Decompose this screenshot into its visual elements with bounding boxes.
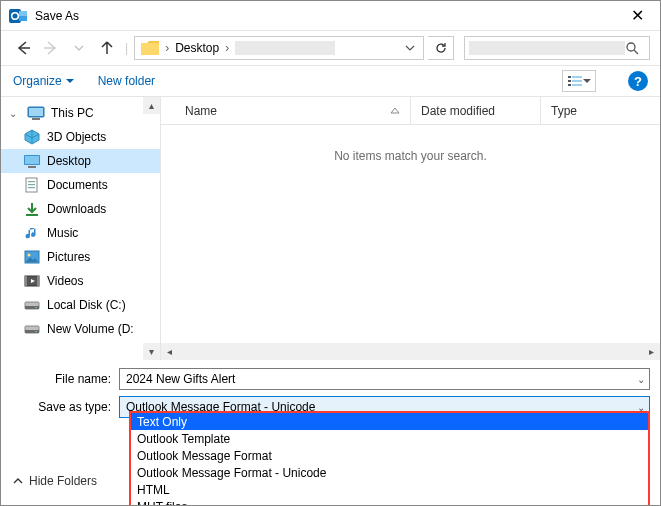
svg-rect-8	[568, 80, 571, 82]
chevron-down-icon[interactable]: ⌄	[637, 374, 645, 385]
horizontal-scrollbar[interactable]: ◂ ▸	[161, 343, 660, 360]
expand-icon[interactable]: ⌄	[9, 108, 21, 119]
svg-rect-7	[572, 76, 582, 78]
music-icon	[23, 225, 41, 241]
svg-rect-20	[28, 184, 35, 185]
column-type[interactable]: Type	[541, 97, 660, 124]
chevron-up-icon	[13, 476, 23, 486]
docs-icon	[23, 177, 41, 193]
up-button[interactable]	[95, 36, 119, 60]
svg-rect-13	[29, 108, 43, 116]
dropdown-option[interactable]: Outlook Message Format	[131, 447, 648, 464]
search-icon[interactable]	[625, 41, 649, 55]
tree-item-music[interactable]: Music	[1, 221, 160, 245]
search-placeholder-redacted	[469, 41, 625, 55]
command-bar: Organize New folder ?	[1, 65, 660, 97]
svg-rect-14	[32, 118, 40, 120]
svg-rect-21	[28, 187, 35, 188]
scroll-right[interactable]: ▸	[643, 343, 660, 360]
dropdown-option[interactable]: HTML	[131, 481, 648, 498]
svg-point-33	[35, 331, 37, 333]
nav-row: | › Desktop ›	[1, 31, 660, 65]
file-list-area: Name Date modified Type No items match y…	[161, 97, 660, 360]
tree-label: 3D Objects	[47, 130, 106, 144]
empty-message: No items match your search.	[161, 149, 660, 163]
dropdown-option[interactable]: MHT files	[131, 498, 648, 506]
folder-icon	[141, 40, 159, 56]
svg-rect-2	[19, 11, 27, 16]
tree-label: Music	[47, 226, 78, 240]
tree-item-local-disk-c-[interactable]: Local Disk (C:)	[1, 293, 160, 317]
nav-separator: |	[125, 41, 128, 55]
title-bar: Save As ✕	[1, 1, 660, 31]
organize-menu[interactable]: Organize	[13, 74, 74, 88]
column-date[interactable]: Date modified	[411, 97, 541, 124]
tree-item-new-volume-d-[interactable]: New Volume (D:	[1, 317, 160, 341]
window-title: Save As	[35, 9, 614, 23]
refresh-button[interactable]	[428, 36, 454, 60]
tree-label: Desktop	[47, 154, 91, 168]
address-bar[interactable]: › Desktop ›	[134, 36, 424, 60]
search-box[interactable]	[464, 36, 650, 60]
outlook-icon	[9, 7, 27, 25]
desktop-icon	[23, 153, 41, 169]
tree-item-downloads[interactable]: Downloads	[1, 197, 160, 221]
videos-icon	[23, 273, 41, 289]
save-as-type-label: Save as type:	[11, 400, 119, 414]
column-name[interactable]: Name	[161, 97, 411, 124]
svg-rect-10	[568, 84, 571, 86]
filename-label: File name:	[11, 372, 119, 386]
address-dropdown-button[interactable]	[401, 43, 419, 53]
new-folder-label: New folder	[98, 74, 155, 88]
recent-locations-button[interactable]	[67, 36, 91, 60]
cube-icon	[23, 129, 41, 145]
tree-scroll-down[interactable]: ▾	[143, 343, 160, 360]
dropdown-option[interactable]: Outlook Template	[131, 430, 648, 447]
tree-item-documents[interactable]: Documents	[1, 173, 160, 197]
svg-rect-6	[568, 76, 571, 78]
svg-rect-26	[25, 276, 27, 286]
chevron-right-icon[interactable]: ›	[223, 41, 231, 55]
close-button[interactable]: ✕	[614, 1, 660, 30]
tree-scroll-up[interactable]: ▴	[143, 97, 160, 114]
help-button[interactable]: ?	[628, 71, 648, 91]
tree-label: Videos	[47, 274, 83, 288]
svg-rect-19	[28, 181, 35, 182]
pc-icon	[27, 105, 45, 121]
view-options-button[interactable]	[562, 70, 596, 92]
drive-icon	[23, 321, 41, 337]
tree-item-this-pc[interactable]: ⌄ This PC	[1, 101, 160, 125]
svg-point-5	[627, 43, 635, 51]
tree-label: Local Disk (C:)	[47, 298, 126, 312]
tree-label: This PC	[51, 106, 94, 120]
filename-input[interactable]: 2024 New Gifts Alert ⌄	[119, 368, 650, 390]
sort-asc-icon	[390, 107, 400, 115]
breadcrumb-redacted	[235, 41, 335, 55]
tree-item-pictures[interactable]: Pictures	[1, 245, 160, 269]
tree-item-videos[interactable]: Videos	[1, 269, 160, 293]
svg-point-24	[28, 254, 31, 257]
back-button[interactable]	[11, 36, 35, 60]
forward-button[interactable]	[39, 36, 63, 60]
svg-rect-32	[25, 330, 39, 333]
nav-tree: ▴ ⌄ This PC 3D ObjectsDesktopDocumentsDo…	[1, 97, 161, 360]
save-as-type-dropdown[interactable]: Text OnlyOutlook TemplateOutlook Message…	[129, 411, 650, 506]
breadcrumb-desktop[interactable]: Desktop	[171, 41, 223, 55]
dropdown-option[interactable]: Text Only	[131, 413, 648, 430]
tree-item-desktop[interactable]: Desktop	[1, 149, 160, 173]
tree-label: Documents	[47, 178, 108, 192]
svg-rect-17	[28, 166, 36, 168]
tree-label: Pictures	[47, 250, 90, 264]
scroll-left[interactable]: ◂	[161, 343, 178, 360]
tree-label: Downloads	[47, 202, 106, 216]
svg-rect-11	[572, 84, 582, 86]
dropdown-option[interactable]: Outlook Message Format - Unicode	[131, 464, 648, 481]
drive-icon	[23, 297, 41, 313]
chevron-right-icon[interactable]: ›	[163, 41, 171, 55]
svg-rect-29	[25, 306, 39, 309]
tree-item-3d-objects[interactable]: 3D Objects	[1, 125, 160, 149]
svg-rect-4	[141, 43, 159, 55]
new-folder-button[interactable]: New folder	[98, 74, 155, 88]
hide-folders-button[interactable]: Hide Folders	[13, 474, 97, 488]
tree-label: New Volume (D:	[47, 322, 134, 336]
